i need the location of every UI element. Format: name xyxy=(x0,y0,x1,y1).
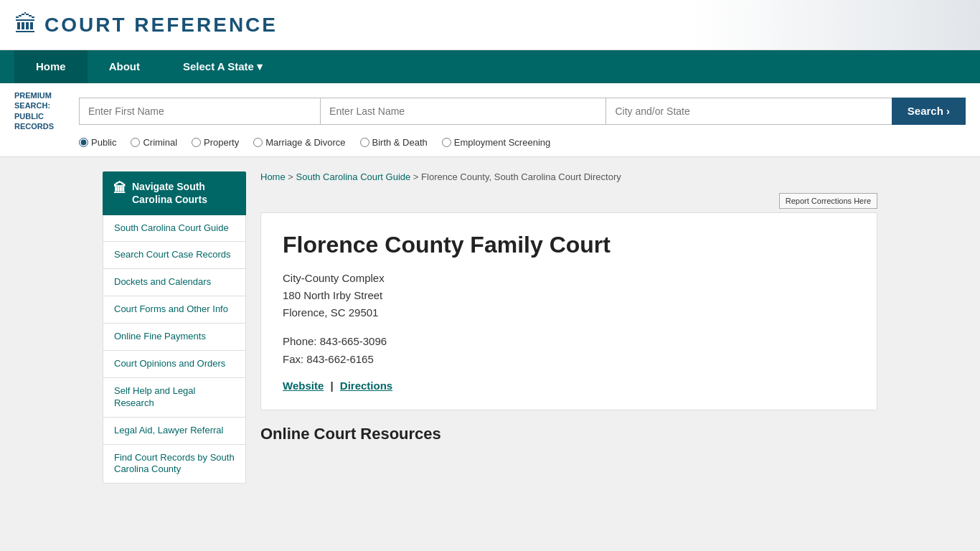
radio-property[interactable]: Property xyxy=(192,137,239,148)
online-resources-title: Online Court Resources xyxy=(260,425,877,443)
nav-about[interactable]: About xyxy=(88,50,161,83)
breadcrumb-home[interactable]: Home xyxy=(260,171,286,182)
court-website-link[interactable]: Website xyxy=(283,380,324,392)
breadcrumb: Home > South Carolina Court Guide > Flor… xyxy=(260,171,877,182)
sidebar-header-text: Navigate South Carolina Courts xyxy=(132,180,235,206)
radio-criminal[interactable]: Criminal xyxy=(131,137,177,148)
court-address-line1: City-County Complex xyxy=(283,270,855,287)
main-nav: Home About Select A State ▾ xyxy=(0,50,980,83)
radio-public[interactable]: Public xyxy=(79,137,116,148)
radio-employment[interactable]: Employment Screening xyxy=(442,137,550,148)
nav-select-state[interactable]: Select A State ▾ xyxy=(161,50,284,83)
logo-icon: 🏛 xyxy=(14,11,37,38)
sidebar-item-court-forms[interactable]: Court Forms and Other Info xyxy=(103,296,246,324)
court-fax-number: Fax: 843-662-6165 xyxy=(283,350,855,369)
radio-birth-death[interactable]: Birth & Death xyxy=(360,137,428,148)
sidebar-item-online-fine-payments[interactable]: Online Fine Payments xyxy=(103,324,246,351)
search-button[interactable]: Search › xyxy=(892,98,966,125)
sidebar-item-self-help[interactable]: Self Help and Legal Research xyxy=(103,378,246,418)
court-directions-link[interactable]: Directions xyxy=(340,380,392,392)
court-address: City-County Complex 180 North Irby Stree… xyxy=(283,270,855,321)
content-area: Home > South Carolina Court Guide > Flor… xyxy=(260,171,877,484)
sidebar-header: 🏛 Navigate South Carolina Courts xyxy=(103,171,246,215)
court-address-line2: 180 North Irby Street xyxy=(283,287,855,304)
breadcrumb-current: Florence County, South Carolina Court Di… xyxy=(421,171,621,182)
court-contact: Phone: 843-665-3096 Fax: 843-662-6165 xyxy=(283,332,855,369)
sidebar: 🏛 Navigate South Carolina Courts South C… xyxy=(103,171,246,484)
sidebar-item-find-records[interactable]: Find Court Records by South Carolina Cou… xyxy=(103,445,246,484)
logo-text: COURT REFERENCE xyxy=(44,14,278,37)
sidebar-item-court-opinions[interactable]: Court Opinions and Orders xyxy=(103,351,246,378)
first-name-input[interactable] xyxy=(79,98,320,125)
city-state-input[interactable] xyxy=(606,98,891,125)
court-card: Florence County Family Court City-County… xyxy=(260,212,877,410)
search-radio-group: Public Criminal Property Marriage & Divo… xyxy=(14,137,966,148)
court-address-line3: Florence, SC 29501 xyxy=(283,304,855,321)
court-links: Website | Directions xyxy=(283,380,855,392)
nav-home[interactable]: Home xyxy=(14,50,88,83)
report-corrections-button[interactable]: Report Corrections Here xyxy=(779,193,877,209)
site-logo[interactable]: 🏛 COURT REFERENCE xyxy=(14,11,278,38)
sidebar-item-legal-aid[interactable]: Legal Aid, Lawyer Referral xyxy=(103,418,246,445)
main-content: 🏛 Navigate South Carolina Courts South C… xyxy=(95,157,885,498)
court-phone-number: Phone: 843-665-3096 xyxy=(283,332,855,351)
sidebar-item-sc-court-guide[interactable]: South Carolina Court Guide xyxy=(103,215,246,242)
site-header: 🏛 COURT REFERENCE xyxy=(0,0,980,50)
last-name-input[interactable] xyxy=(320,98,606,125)
search-label: PREMIUM SEARCH: PUBLIC RECORDS xyxy=(14,90,72,131)
sidebar-item-dockets-calendars[interactable]: Dockets and Calendars xyxy=(103,269,246,296)
search-inputs: Search › xyxy=(79,98,966,125)
radio-marriage-divorce[interactable]: Marriage & Divorce xyxy=(253,137,345,148)
breadcrumb-guide[interactable]: South Carolina Court Guide xyxy=(296,171,411,182)
search-bar: PREMIUM SEARCH: PUBLIC RECORDS Search › … xyxy=(0,83,980,157)
court-title: Florence County Family Court xyxy=(283,231,855,258)
sidebar-item-search-case-records[interactable]: Search Court Case Records xyxy=(103,242,246,269)
sidebar-header-icon: 🏛 xyxy=(113,181,126,197)
header-background xyxy=(693,0,980,50)
